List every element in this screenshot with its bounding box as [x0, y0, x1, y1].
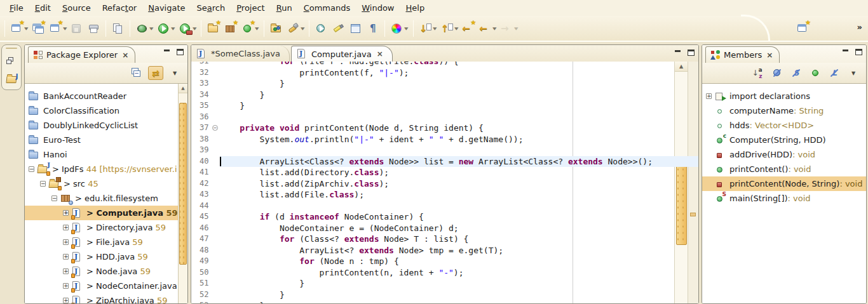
- hide-fields-button[interactable]: [770, 66, 785, 80]
- code-line-46[interactable]: 46 NodeContainer e = (NodeContainer) d;: [191, 223, 698, 234]
- expander-minus-icon[interactable]: −: [51, 195, 57, 201]
- tree-item-directory-java[interactable]: +J> Directory.java 59: [25, 220, 187, 235]
- view-menu-button[interactable]: ▼: [167, 66, 182, 80]
- tree-item-node-java[interactable]: +J> Node.java 59: [25, 264, 187, 279]
- member-item-main-string[interactable]: Smain(String[]) : void: [702, 191, 866, 206]
- menu-item-help[interactable]: Help: [400, 1, 431, 15]
- new-wizard-button[interactable]: ▼: [9, 20, 29, 37]
- minimize-icon[interactable]: [675, 50, 682, 56]
- highlighter-button[interactable]: [330, 20, 346, 37]
- dropdown-arrow-icon[interactable]: ▼: [24, 26, 28, 30]
- restore-view-icon[interactable]: [5, 55, 18, 68]
- code-line-34[interactable]: 34 }: [191, 89, 698, 101]
- package-explorer-tree[interactable]: BankAccountReaderColorClassificationDoub…: [25, 84, 187, 304]
- member-item-computername[interactable]: computerName : String: [702, 103, 866, 118]
- tree-item-hanoi[interactable]: Hanoi: [25, 147, 187, 162]
- maximize-icon[interactable]: [688, 50, 695, 56]
- collapse-all-button[interactable]: −: [129, 66, 144, 80]
- code-line-42[interactable]: 42 list.add(ZipArchiv.class);: [191, 178, 698, 190]
- menu-item-commands[interactable]: Commands: [298, 1, 356, 15]
- minimize-icon[interactable]: [164, 50, 171, 55]
- code-line-51[interactable]: 51 }: [191, 278, 698, 289]
- tree-item-bankaccountreader[interactable]: BankAccountReader: [25, 89, 187, 103]
- external-tools-button[interactable]: ▼: [177, 20, 198, 37]
- code-line-41[interactable]: 41 list.add(Directory.class);: [191, 167, 698, 178]
- tree-item-nodecontainer-java[interactable]: +J> NodeContainer.java 59: [25, 279, 187, 293]
- menu-item-navigate[interactable]: Navigate: [142, 1, 191, 15]
- line-number[interactable]: 45: [191, 211, 212, 223]
- line-number[interactable]: 40: [191, 156, 212, 168]
- expander-plus-icon[interactable]: +: [63, 283, 69, 289]
- code-line-49[interactable]: 49 for (Node n : tmp) {: [191, 256, 698, 267]
- tree-item-edu-kit-filesystem[interactable]: −> edu.kit.filesystem: [25, 191, 187, 206]
- tree-item-ipdfs[interactable]: −J> IpdFs 44 [https://svnserver.i: [25, 162, 187, 176]
- code-line-45[interactable]: 45 if (d instanceof NodeContainer) {: [191, 211, 698, 223]
- editor-tab-someclass-java[interactable]: J*SomeClass.java: [191, 46, 290, 62]
- debug-button[interactable]: ▼: [134, 20, 154, 37]
- member-item-printcontent[interactable]: printContent() : void: [702, 162, 866, 176]
- code-line-31[interactable]: 31 for (File f : hdd.get(File.class)) {: [191, 62, 698, 67]
- new-java-package-button[interactable]: [222, 20, 238, 37]
- last-edit-location-button[interactable]: ←: [460, 20, 476, 37]
- minimize-icon[interactable]: [843, 50, 850, 55]
- line-number[interactable]: 49: [191, 256, 212, 267]
- tree-item-euro-test[interactable]: Euro-Test: [25, 133, 187, 147]
- code-line-32[interactable]: 32 printContent(f, "|-");: [191, 67, 698, 79]
- line-number[interactable]: 51: [191, 278, 212, 289]
- view-menu-button[interactable]: ▼: [846, 66, 861, 80]
- dropdown-arrow-icon[interactable]: ▼: [301, 26, 304, 30]
- line-number[interactable]: 34: [191, 89, 212, 101]
- line-number[interactable]: 52: [191, 289, 212, 301]
- line-number[interactable]: 42: [191, 178, 212, 190]
- tree-item-file-java[interactable]: +J> File.java 59: [25, 235, 187, 249]
- dropdown-arrow-icon[interactable]: ▼: [193, 26, 196, 30]
- line-number[interactable]: 53: [191, 300, 212, 303]
- expander-minus-icon[interactable]: −: [29, 166, 34, 172]
- member-item-printcontent-node-string[interactable]: printContent(Node, String) : void: [702, 176, 866, 191]
- editor-tab-computer-java[interactable]: JComputer.java×: [291, 46, 393, 62]
- tree-item-computer-java[interactable]: +J> Computer.java 59: [25, 206, 187, 220]
- members-list[interactable]: +import declarationscomputerName : Strin…: [702, 84, 866, 304]
- sort-button[interactable]: az↓: [750, 66, 766, 80]
- menu-item-edit[interactable]: Edit: [29, 1, 57, 15]
- dropdown-arrow-icon[interactable]: ▼: [514, 26, 518, 30]
- code-line-40[interactable]: 40 ArrayList<Class<? extends Node>> list…: [191, 156, 698, 168]
- dropdown-arrow-icon[interactable]: ▼: [492, 26, 496, 30]
- line-number[interactable]: 32: [191, 67, 212, 79]
- code-line-36[interactable]: 36: [191, 112, 698, 123]
- line-number[interactable]: 33: [191, 78, 212, 89]
- close-icon[interactable]: ×: [377, 50, 383, 58]
- fold-minus-icon[interactable]: −: [212, 125, 218, 131]
- code-line-35[interactable]: 35 }: [191, 100, 698, 112]
- members-title-tab[interactable]: Members ×: [705, 46, 780, 63]
- menu-item-project[interactable]: Project: [231, 1, 271, 15]
- expander-plus-icon[interactable]: +: [63, 254, 69, 260]
- show-public-button[interactable]: [808, 66, 823, 80]
- tree-item-colorclassification[interactable]: ColorClassification: [25, 103, 187, 118]
- expander-plus-icon[interactable]: +: [63, 210, 69, 216]
- expander-plus-icon[interactable]: +: [63, 239, 69, 245]
- menu-item-window[interactable]: Window: [356, 1, 400, 15]
- code-lines[interactable]: 31 for (File f : hdd.get(File.class)) {3…: [191, 62, 698, 303]
- code-line-39[interactable]: 39: [191, 145, 698, 156]
- open-java-perspective-icon[interactable]: J: [5, 73, 18, 86]
- maximize-icon[interactable]: [177, 49, 184, 55]
- hide-static-button[interactable]: S: [789, 66, 804, 80]
- line-number[interactable]: 36: [191, 112, 212, 123]
- menu-item-file[interactable]: File: [4, 1, 29, 15]
- line-number[interactable]: 41: [191, 167, 212, 178]
- maximize-icon[interactable]: [855, 49, 862, 55]
- dropdown-arrow-icon[interactable]: ▼: [149, 26, 153, 30]
- code-line-50[interactable]: 50 printContent(n, ident + "-");: [191, 267, 698, 279]
- tree-scrollbar[interactable]: ▲: [178, 84, 187, 304]
- code-editor[interactable]: 31 for (File f : hdd.get(File.class)) {3…: [191, 62, 698, 303]
- show-whitespace-button[interactable]: ¶: [365, 20, 381, 37]
- new-java-project-button[interactable]: [205, 20, 221, 37]
- new-view-button[interactable]: ▼: [48, 20, 68, 37]
- tree-item-doublylinkedcycliclist[interactable]: DoublyLinkedCyclicList: [25, 118, 187, 133]
- next-annotation-button[interactable]: ↓▼: [417, 20, 438, 37]
- line-number[interactable]: 31: [191, 62, 212, 67]
- member-item-import-declarations[interactable]: +import declarations: [702, 89, 866, 103]
- dropdown-arrow-icon[interactable]: ▼: [171, 26, 175, 30]
- line-number[interactable]: 43: [191, 189, 212, 201]
